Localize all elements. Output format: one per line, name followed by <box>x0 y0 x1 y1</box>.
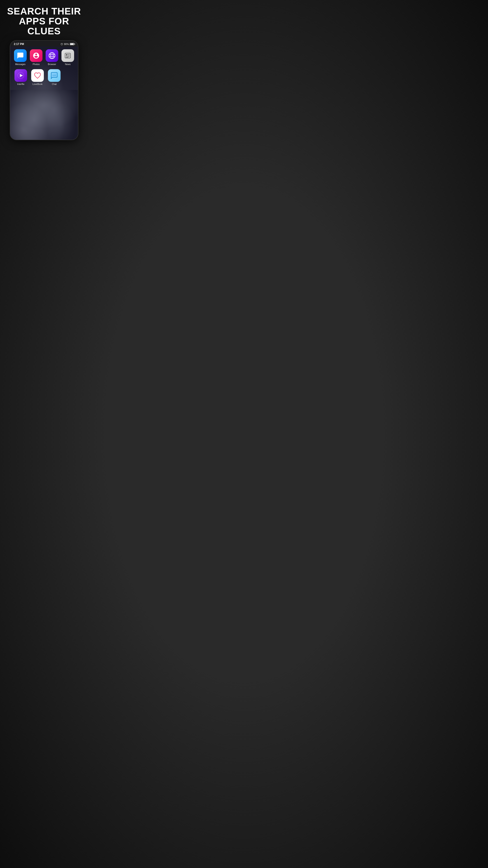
app-news[interactable]: News <box>61 49 74 66</box>
app-lovebook[interactable]: LoveBook <box>31 69 44 86</box>
browser-label: Browser <box>48 63 56 66</box>
app-interflix[interactable]: Interflix <box>14 69 28 86</box>
apps-grid: Messages Photos <box>10 46 78 90</box>
chat-icon <box>48 69 61 82</box>
phone-screen: Messages Photos <box>10 46 78 140</box>
browser-icon <box>46 49 58 62</box>
battery-icon <box>70 43 74 45</box>
smoke-decoration <box>10 90 78 140</box>
svg-point-5 <box>51 53 53 59</box>
photos-icon <box>30 49 42 62</box>
headline-text2: APPS FOR CLUES <box>19 16 69 36</box>
chat-svg <box>51 72 58 79</box>
status-time: 2:17 PM <box>14 42 24 46</box>
browser-svg <box>48 52 56 59</box>
headline-text: SEARCH THEIR <box>7 6 81 17</box>
messages-icon <box>14 49 27 62</box>
photos-svg <box>33 52 40 59</box>
app-messages[interactable]: Messages <box>14 49 27 66</box>
messages-svg <box>17 52 24 59</box>
interflix-label: Interflix <box>17 83 24 86</box>
apps-row-1: Messages Photos <box>14 49 74 66</box>
apps-row-2: Interflix LoveBook <box>14 69 74 86</box>
lovebook-label: LoveBook <box>33 83 42 86</box>
alarm-icon <box>61 43 63 45</box>
svg-rect-9 <box>66 54 68 56</box>
svg-marker-16 <box>20 74 23 77</box>
news-icon <box>61 49 74 62</box>
news-svg <box>64 52 71 59</box>
headline: SEARCH THEIR APPS FOR CLUES <box>0 0 88 41</box>
status-bar: 2:17 PM 90% <box>10 41 78 46</box>
lovebook-svg <box>34 72 41 79</box>
interflix-svg <box>17 72 24 79</box>
svg-point-18 <box>54 75 55 75</box>
lovebook-icon <box>31 69 44 82</box>
status-right: 90% <box>61 43 74 45</box>
app-chat[interactable]: Chat <box>47 69 61 86</box>
interflix-icon <box>14 69 27 82</box>
app-browser[interactable]: Browser <box>45 49 59 66</box>
photos-label: Photos <box>33 63 39 66</box>
svg-point-19 <box>55 75 56 75</box>
svg-point-17 <box>53 75 53 75</box>
battery-percent: 90% <box>64 43 69 45</box>
messages-label: Messages <box>15 63 26 66</box>
phone-frame: 2:17 PM 90% <box>10 41 78 140</box>
svg-point-4 <box>49 53 55 59</box>
app-photos[interactable]: Photos <box>30 49 43 66</box>
chat-label: Chat <box>52 83 57 86</box>
news-label: News <box>65 63 70 66</box>
